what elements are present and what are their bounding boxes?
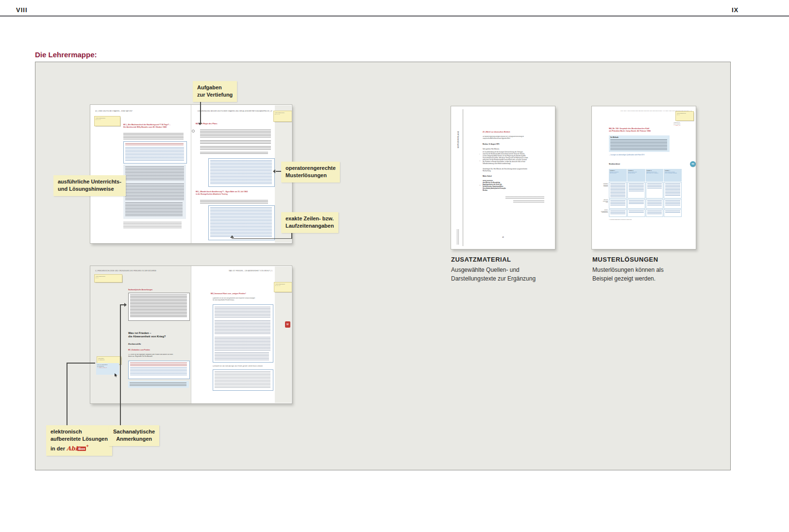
abibox-logo-plus: + bbox=[86, 444, 88, 449]
connector-aufgaben-arrow bbox=[198, 123, 202, 125]
mini-kant-lines bbox=[215, 320, 270, 335]
table-cell bbox=[664, 199, 682, 209]
folio-left: VIII bbox=[16, 6, 28, 14]
mini-brief-signature: Walter Scheel bbox=[483, 175, 492, 177]
table-cell bbox=[627, 199, 645, 209]
page-canvas: VIII IX Die Lehrermappe: 46 | ZWEI DEUTS… bbox=[0, 0, 789, 532]
table-cell-lines bbox=[629, 211, 644, 214]
mini-task-c bbox=[200, 146, 271, 150]
table-cell-lines bbox=[647, 211, 662, 214]
table-cell-lines bbox=[610, 183, 625, 197]
table-group-desc: Ottawa Februar 1990: Zwei-plus-Vier-Verf… bbox=[647, 171, 663, 174]
callout-hinweise: ausführliche Unterrichts- und Lösungshin… bbox=[53, 175, 126, 196]
mini-brief-intro: Die Bundesregierung übergab anläßlich de… bbox=[483, 136, 544, 140]
connector-laufzeiten-h bbox=[232, 238, 292, 239]
table-group-desc: Zehn-Punkte-Plan am 28.11.1989 bbox=[628, 171, 644, 174]
kopiervorlage-vertical-label: KOPIERVORLAGE bbox=[457, 131, 459, 148]
zusatzmaterial-title: ZUSATZMATERIAL bbox=[451, 256, 511, 263]
sticky-note: Unterrichtshinweise S. XX–XX bbox=[94, 116, 120, 126]
table-cell-lines bbox=[629, 183, 644, 192]
table-cell-lines bbox=[647, 200, 662, 206]
chapter-badge: IV bbox=[285, 321, 290, 328]
table-cell bbox=[646, 182, 664, 199]
spread-aufgabenseiten: 46 | ZWEI DEUTSCHE STAATEN – EINE NATION… bbox=[90, 104, 292, 244]
abibox-logo-box: Box bbox=[77, 447, 86, 451]
table-cell-lines bbox=[629, 200, 644, 204]
mini-brief-salutation: Sehr geehrter Herr Minister, bbox=[483, 148, 500, 150]
margin-rule bbox=[463, 109, 463, 246]
mini-zitate-lines-red bbox=[130, 363, 187, 366]
mini-sachanalytisch-lines bbox=[130, 295, 187, 318]
mini-hints-lines bbox=[125, 166, 184, 181]
mini-abibox-link-red: → AbiBox_Präs_01 bbox=[97, 367, 118, 368]
mini-heading-m3: M3 | „Wandel durch Annäherung“? – Egon B… bbox=[196, 191, 273, 196]
mini-brief-body: im Zusammenhang mit der heutigen Unterze… bbox=[483, 151, 544, 166]
line-number-10: 10 bbox=[479, 160, 481, 162]
table-group-desc: Besuch in Moskau am 10.2.1990 bbox=[610, 171, 626, 174]
mini-sachanalytisch-heading: Sachanalytische Anmerkungen bbox=[128, 289, 152, 291]
mini-task-d bbox=[200, 152, 268, 154]
table-cell-lines bbox=[647, 183, 662, 189]
musterloesungen-page: DIE VERHANDLUNGEN DER BEIDEN DEUTSCHEN R… bbox=[591, 106, 696, 249]
mini-kant-lines bbox=[215, 307, 270, 318]
mini-zitate-box bbox=[128, 361, 190, 379]
line-number-15: 15 bbox=[479, 184, 481, 186]
mini-methode-box: Zur Methode bbox=[609, 135, 670, 152]
header-rule bbox=[0, 16, 789, 17]
mini-heading-m1: M1 | Gedanken zum Frieden bbox=[128, 349, 150, 351]
table-header-cell: Gruppe 3Ottawa Februar 1990: Zwei-plus-V… bbox=[646, 169, 664, 182]
table-cell bbox=[646, 209, 664, 217]
musterloesungen-caption: Musterlösungen können als Beispiel gezei… bbox=[592, 266, 664, 283]
sticky-note: Unterrichtshinweise S. XX–XX bbox=[274, 282, 292, 292]
mini-page-number: 48 bbox=[451, 236, 555, 238]
spread-gutter bbox=[191, 105, 191, 243]
mini-table-footnote: * Verhandlungsposition der Bonner Regier… bbox=[609, 219, 632, 220]
table-cell bbox=[646, 199, 664, 209]
mini-heading-m4: M4 | Nr. 192: Gespräch des Bundeskanzler… bbox=[609, 128, 683, 133]
mini-kant-text-box bbox=[213, 304, 273, 363]
mini-sachanalytisch-box bbox=[128, 293, 190, 321]
mini-source-lines bbox=[505, 197, 544, 199]
table-header-cell: Gruppe 2Zehn-Punkte-Plan am 28.11.1989 bbox=[627, 169, 645, 182]
table-cell-lines bbox=[665, 200, 680, 206]
mini-brief-closing: Genehmigen Sie, Herr Minister, die Versi… bbox=[483, 168, 544, 172]
mini-was-ist-frieden-heading: Was ist Frieden – die Abwesenheit von Kr… bbox=[128, 332, 187, 340]
mini-page-header: 4 | FRIEDENSSCHLÜSSE UND ORDNUNGEN DES F… bbox=[95, 270, 187, 272]
mini-heading-m2-kant: M2 | Immanuel Kant zum „ewigen Frieden“ bbox=[211, 293, 246, 295]
mini-page-header: WAS IST FRIEDEN – DIE ABWESENHEIT VON KR… bbox=[196, 270, 272, 272]
table-group-desc: Camp David Februar 1990: Gespräch mit Bu… bbox=[665, 171, 681, 174]
connector-aufgaben bbox=[200, 100, 201, 123]
mini-solution-lines-red bbox=[125, 143, 184, 146]
mini-methode-title: Zur Methode bbox=[610, 136, 668, 138]
mini-hints-lines bbox=[125, 183, 184, 200]
mini-task-a bbox=[200, 130, 271, 138]
mini-source-lines bbox=[513, 200, 544, 203]
mini-page-header: DIE GRÜNDUNG BEIDER DEUTSCHER STAATEN UN… bbox=[196, 110, 272, 112]
mini-solution-lines-blue bbox=[125, 147, 184, 161]
connector-sachanalytisch-arrow bbox=[124, 303, 127, 307]
vertiefung-task-icon bbox=[192, 130, 195, 133]
material-badge: M4 bbox=[690, 161, 696, 167]
mini-margin-note-red: → AbiBox_02 bbox=[673, 125, 694, 126]
table-header-cell: Gruppe 4Camp David Februar 1990: Gespräc… bbox=[664, 169, 682, 182]
mini-task-text bbox=[200, 200, 268, 203]
mini-zitate-lines-blue bbox=[130, 367, 187, 376]
connector-sachanalytisch-v bbox=[120, 304, 121, 426]
mini-kant-lines bbox=[215, 371, 270, 388]
mini-heading-m1: M1 | „Ein Machtwechsel der Nachkriegszei… bbox=[123, 124, 187, 130]
musterloesungen-title: MUSTERLÖSUNGEN bbox=[592, 256, 658, 263]
table-cell-lines bbox=[665, 183, 680, 196]
abibox-logo-abi: Abi bbox=[67, 445, 77, 452]
sticky-note: Unterrichtshinweise S. XX–XX bbox=[273, 111, 292, 122]
spread-gutter bbox=[191, 266, 191, 403]
table-cell bbox=[664, 209, 682, 217]
table-header-cell: Gruppe 1Besuch in Moskau am 10.2.1990 bbox=[609, 169, 627, 182]
mini-tint-lines bbox=[130, 382, 186, 386]
callout-sachanalytisch: Sachanalytische Anmerkungen bbox=[109, 425, 159, 446]
table-row-label: Aussagen Kohls zur Situation bbox=[593, 183, 608, 187]
callout-laufzeiten: exakte Zeilen- bzw. Laufzeitenangaben bbox=[281, 212, 338, 233]
table-cell bbox=[609, 209, 627, 217]
zusatzmaterial-page: KOPIERVORLAGE 21 | Brief zur deutschen E… bbox=[451, 106, 555, 249]
mini-task-1-1: 1.1 Lesen Sie die folgenden Gedanken zum… bbox=[128, 354, 189, 359]
table-cell bbox=[627, 209, 645, 217]
